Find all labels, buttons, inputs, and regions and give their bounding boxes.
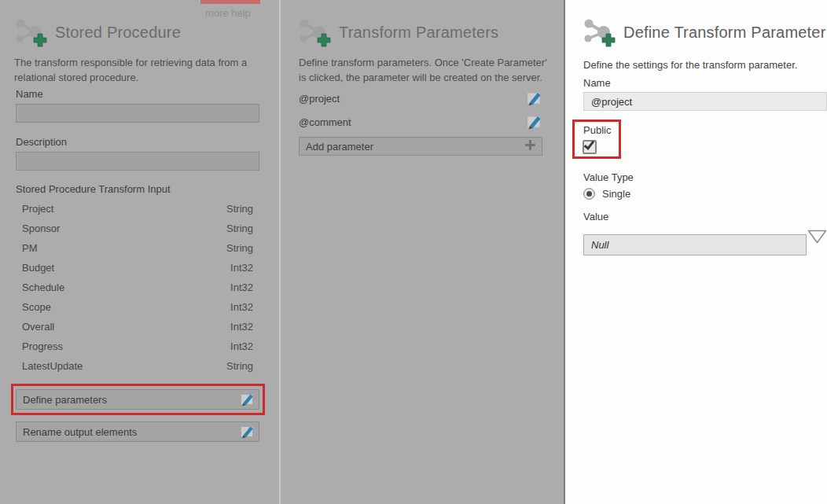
input-name: LatestUpdate [22, 360, 83, 372]
value-dropdown-input[interactable]: Null [583, 234, 807, 256]
radio-dot [586, 191, 592, 197]
checkmark-icon [584, 138, 595, 150]
input-name: PM [22, 242, 38, 254]
more-help-link[interactable]: more help [205, 7, 251, 19]
annotation-top-bar [200, 0, 260, 4]
transform-add-icon [13, 16, 49, 50]
input-type: String [226, 360, 253, 372]
plus-icon [524, 139, 536, 153]
define-parameters-button[interactable]: Define parameters [16, 389, 259, 410]
edit-pencil-icon [239, 391, 255, 409]
radio-single-label: Single [602, 188, 630, 200]
panel-header: Stored Procedure [13, 16, 181, 50]
public-checkbox[interactable] [583, 140, 597, 154]
value-type-label: Value Type [583, 171, 634, 183]
rename-output-elements-button[interactable]: Rename output elements [16, 421, 259, 442]
table-row: ProgressInt32 [16, 337, 253, 356]
table-row: ScheduleInt32 [16, 278, 253, 297]
panel-title: Stored Procedure [55, 24, 181, 42]
edit-pencil-icon [239, 423, 255, 441]
panel-header: Transform Parameters [296, 16, 498, 50]
input-type: Int32 [230, 281, 253, 293]
input-name: Schedule [22, 281, 64, 293]
input-name: Scope [22, 301, 51, 313]
value-type-option-single: Single [583, 188, 630, 200]
input-name: Progress [22, 340, 63, 352]
input-name: Sponsor [22, 223, 60, 234]
panel-description: Define transform parameters. Once 'Creat… [299, 56, 549, 86]
parameter-name: @comment [299, 116, 351, 128]
panel-header: Define Transform Parameter [581, 16, 826, 50]
list-item: @project [299, 89, 542, 108]
input-type: Int32 [230, 340, 253, 352]
table-row: BudgetInt32 [16, 258, 253, 278]
panel-description: The transform responsible for retrieving… [14, 56, 270, 86]
description-input[interactable] [16, 152, 259, 171]
transform-parameters-panel: Transform Parameters Define transform pa… [280, 0, 564, 504]
table-row: PMString [16, 238, 253, 258]
name-label: Name [583, 77, 611, 89]
define-transform-parameter-panel: Define Transform Parameter Define the se… [564, 0, 827, 504]
table-row: ScopeInt32 [16, 297, 253, 317]
transform-input-list-title: Stored Procedure Transform Input [16, 183, 171, 195]
input-type: String [226, 203, 253, 215]
stored-procedure-panel: more help Stored Procedure The transform… [0, 0, 280, 504]
app-window: more help Stored Procedure The transform… [0, 0, 827, 504]
name-input[interactable] [16, 104, 259, 123]
transform-input-list: ProjectString SponsorString PMString Bud… [16, 199, 253, 376]
transform-add-icon [296, 16, 333, 50]
input-name: Overall [22, 321, 54, 333]
parameter-name-input[interactable] [583, 92, 827, 111]
public-label: Public [583, 124, 611, 136]
value-text: Null [591, 239, 608, 251]
edit-pencil-icon[interactable] [525, 89, 542, 109]
panel-title: Define Transform Parameter [623, 24, 826, 42]
table-row: SponsorString [16, 219, 253, 238]
input-name: Project [22, 203, 53, 215]
input-name: Budget [22, 262, 54, 274]
add-parameter-button[interactable]: Add parameter [299, 137, 542, 156]
list-item: @comment [299, 112, 542, 131]
input-type: Int32 [230, 301, 253, 313]
rename-output-elements-label: Rename output elements [23, 426, 137, 438]
panel-title: Transform Parameters [339, 24, 498, 42]
panel-description: Define the settings for the transform pa… [583, 58, 823, 73]
add-parameter-label: Add parameter [306, 141, 373, 153]
input-type: Int32 [230, 262, 253, 274]
table-row: OverallInt32 [16, 317, 253, 337]
input-type: Int32 [230, 321, 253, 333]
parameter-name: @project [299, 93, 340, 105]
transform-add-icon [581, 16, 617, 50]
table-row: LatestUpdateString [16, 356, 253, 376]
edit-pencil-icon[interactable] [525, 112, 542, 132]
radio-single[interactable] [583, 188, 595, 200]
define-parameters-label: Define parameters [23, 394, 107, 406]
description-label: Description [16, 136, 67, 148]
value-label: Value [583, 211, 608, 223]
name-label: Name [16, 88, 43, 100]
dropdown-triangle-icon[interactable] [807, 230, 827, 246]
input-type: String [226, 223, 253, 234]
table-row: ProjectString [16, 199, 253, 219]
input-type: String [226, 242, 253, 254]
